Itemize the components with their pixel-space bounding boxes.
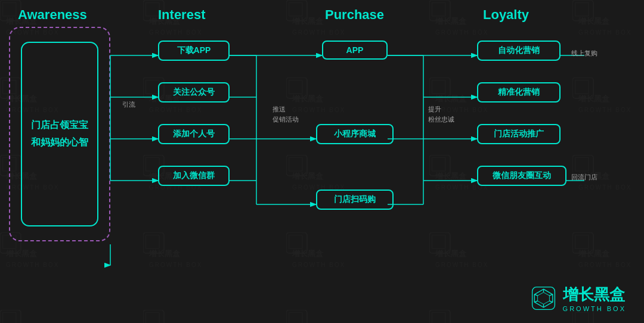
- loyalty-header: Loyalty: [483, 7, 529, 23]
- label-yiliu: 引流: [122, 100, 135, 109]
- interest-header: Interest: [158, 7, 205, 23]
- awareness-node: 门店占领宝宝和妈妈的心智: [21, 42, 98, 226]
- label-online-repurchase: 线上复购: [571, 49, 597, 58]
- label-tisheng: 提升粉丝忠诚: [428, 104, 454, 124]
- brand-logo-icon: [530, 285, 557, 312]
- node-precision-marketing: 精准化营销: [477, 82, 561, 103]
- svg-marker-33: [537, 293, 549, 305]
- node-wechat-moments: 微信朋友圈互动: [477, 166, 566, 186]
- main-container: 增长黑盒 GROWTH BOX Awareness Interest Purch…: [0, 0, 644, 323]
- brand-text-group: 增长黑盒 GROWTH BOX: [563, 284, 626, 312]
- node-join-group: 加入微信群: [158, 166, 230, 186]
- brand-sub: GROWTH BOX: [563, 305, 626, 312]
- node-mini-program: 小程序商城: [316, 124, 394, 144]
- svg-line-36: [549, 301, 552, 302]
- node-store-promo: 门店活动推广: [477, 124, 561, 144]
- svg-line-38: [534, 301, 537, 302]
- awareness-header: Awareness: [18, 7, 87, 23]
- svg-line-39: [534, 294, 537, 296]
- awareness-text: 门店占领宝宝和妈妈的心智: [31, 117, 88, 151]
- node-follow-wechat: 关注公众号: [158, 82, 230, 103]
- brand-area: 增长黑盒 GROWTH BOX: [530, 284, 626, 312]
- node-auto-marketing: 自动化营销: [477, 41, 561, 61]
- node-download-app: 下载APP: [158, 41, 230, 61]
- node-app: APP: [322, 41, 388, 60]
- svg-line-35: [549, 294, 552, 296]
- node-store-scan: 门店扫码购: [316, 190, 394, 210]
- awareness-box: 门店占领宝宝和妈妈的心智: [9, 27, 110, 241]
- label-return-store: 回流门店: [571, 173, 597, 182]
- brand-name: 增长黑盒: [563, 284, 626, 305]
- purchase-header: Purchase: [325, 7, 384, 23]
- label-tuisong: 推送促销活动: [273, 104, 299, 124]
- node-add-personal: 添加个人号: [158, 124, 230, 144]
